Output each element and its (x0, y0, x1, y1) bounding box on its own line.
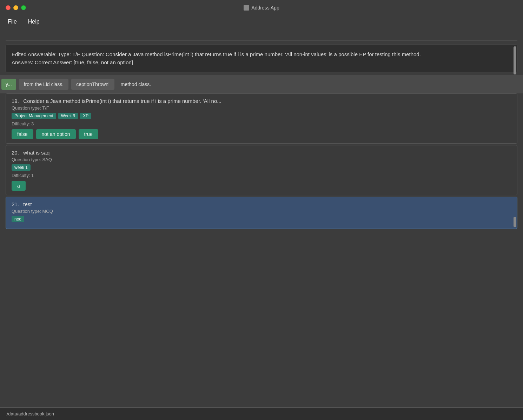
question-card-20[interactable]: 20. what is saq Question type: SAQ week … (6, 145, 517, 195)
tag-week1[interactable]: week 1 (12, 164, 31, 171)
answer-chips-19: false not an option true (12, 129, 511, 139)
status-text: ./data/addressbook.json (6, 411, 54, 416)
question-tags-20: week 1 (12, 164, 511, 171)
question-number-20: 20. (12, 150, 22, 156)
chip-a[interactable]: a (12, 181, 26, 191)
info-box: Edited Answerable: Type: T/F Question: C… (6, 45, 517, 72)
partial-cell-4: method class. (117, 79, 154, 90)
partial-cell-1: y... (1, 79, 16, 90)
tag-project-management[interactable]: Project Management (12, 113, 56, 119)
chip-true[interactable]: true (79, 129, 98, 139)
tag-nod[interactable]: nod (12, 216, 24, 222)
question-type-21: Question type: MCQ (12, 209, 511, 214)
window-controls (6, 5, 26, 10)
question-number-19: 19. (12, 98, 22, 104)
question-card-19[interactable]: 19. Consider a Java method isPrime(int i… (6, 93, 517, 144)
question-tags-21: nod (12, 216, 511, 222)
search-bar (0, 28, 523, 45)
info-box-scrollbar[interactable] (514, 46, 516, 74)
app-icon (244, 5, 249, 11)
question-number-21: 21. (12, 201, 22, 207)
close-button[interactable] (6, 5, 11, 10)
menu-file[interactable]: File (6, 17, 19, 26)
partial-cell-3: ceptionThrown' (71, 79, 114, 90)
tag-week9[interactable]: Week 9 (58, 113, 78, 119)
title-text: Address App (251, 5, 279, 11)
list-scrollbar[interactable] (514, 217, 516, 227)
answer-chips-20: a (12, 181, 511, 191)
question-title-20: 20. what is saq (12, 150, 511, 156)
maximize-button[interactable] (21, 5, 26, 10)
info-box-text: Edited Answerable: Type: T/F Question: C… (12, 51, 511, 66)
question-tags-19: Project Management Week 9 XP (12, 113, 511, 119)
menu-help[interactable]: Help (26, 17, 42, 26)
tag-xp[interactable]: XP (80, 113, 91, 119)
search-input[interactable] (6, 31, 517, 40)
chip-not-an-option[interactable]: not an option (36, 129, 76, 139)
partial-cell-2: from the Lid class. (19, 79, 69, 90)
question-difficulty-19: Difficulty: 3 (12, 121, 511, 126)
question-difficulty-20: Difficulty: 1 (12, 173, 511, 178)
minimize-button[interactable] (13, 5, 18, 10)
partial-row: y... from the Lid class. ceptionThrown' … (0, 75, 523, 93)
question-card-21[interactable]: 21. test Question type: MCQ nod (6, 197, 517, 229)
question-title-19: 19. Consider a Java method isPrime(int i… (12, 98, 511, 104)
title-bar: Address App (0, 0, 523, 15)
menu-bar: File Help (0, 15, 523, 28)
question-title-21: 21. test (12, 201, 511, 207)
question-type-19: Question type: T/F (12, 105, 511, 111)
status-bar: ./data/addressbook.json (0, 407, 523, 420)
question-list: 19. Consider a Java method isPrime(int i… (0, 93, 523, 407)
question-type-20: Question type: SAQ (12, 157, 511, 162)
chip-false[interactable]: false (12, 129, 33, 139)
window-title: Address App (244, 5, 279, 11)
